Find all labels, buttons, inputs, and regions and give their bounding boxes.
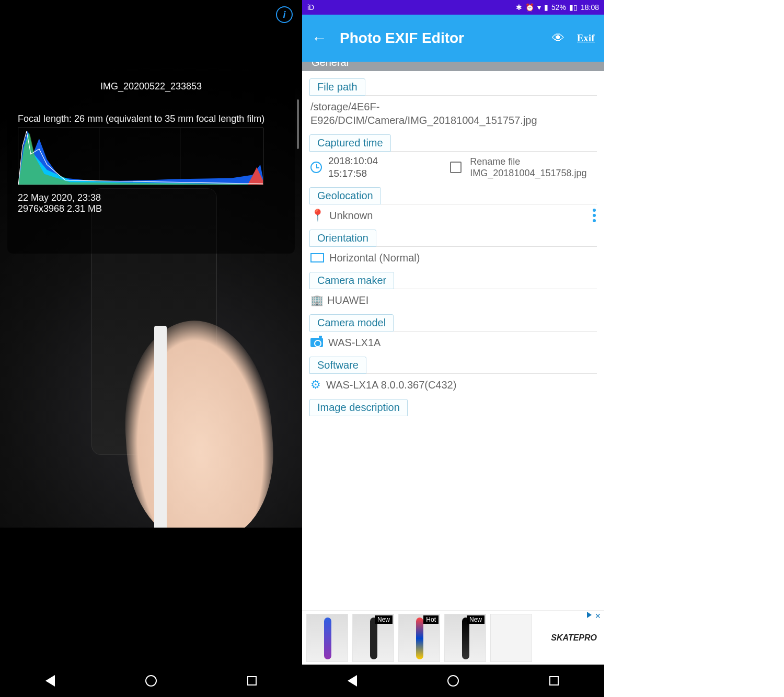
- ad-banner[interactable]: ✕ New Hot New SKATEPRO: [302, 610, 604, 665]
- filename-label: IMG_20200522_233853: [18, 81, 284, 92]
- capture-date-text: 22 May 2020, 23:38: [18, 192, 284, 203]
- back-nav-icon[interactable]: [45, 675, 55, 687]
- camera-icon: [310, 338, 323, 347]
- signal-icon: ▮: [544, 3, 548, 12]
- captured-time-label: Captured time: [309, 134, 391, 152]
- field-image-description[interactable]: Image description: [309, 399, 597, 416]
- android-navbar: [0, 665, 302, 697]
- general-section-header: General: [302, 62, 604, 71]
- ad-info-icons[interactable]: ✕: [587, 612, 601, 620]
- software-label: Software: [309, 357, 366, 374]
- clock-icon: [310, 162, 322, 173]
- scroll-indicator[interactable]: [297, 99, 299, 149]
- rename-file-label: Rename file: [470, 156, 586, 167]
- app-bar: ← Photo EXIF Editor 👁 Exif: [302, 15, 604, 62]
- captured-date: 2018:10:04: [328, 155, 378, 167]
- camera-model-value: WAS-LX1A: [328, 336, 596, 349]
- back-arrow-icon[interactable]: ←: [312, 29, 327, 47]
- wifi-icon: ▾: [537, 3, 541, 12]
- battery-pct: 52%: [551, 3, 566, 12]
- field-software[interactable]: Software ⚙ WAS-LX1A 8.0.0.367(C432): [309, 357, 597, 392]
- back-nav-icon[interactable]: [348, 675, 357, 687]
- histogram: [18, 128, 263, 185]
- building-icon: 🏢: [310, 294, 322, 306]
- battery-icon: ▮▯: [569, 3, 578, 12]
- left-phone-screen: i IMG_20200522_233853 Focal length: 26 m…: [0, 0, 302, 697]
- ad-product-1[interactable]: [306, 614, 348, 662]
- field-camera-maker[interactable]: Camera maker 🏢 HUAWEI: [309, 272, 597, 307]
- right-phone-screen: iD ✱ ⏰ ▾ ▮ 52% ▮▯ 18:08 ← Photo EXIF Edi…: [302, 0, 604, 697]
- image-description-label: Image description: [309, 399, 408, 416]
- field-captured-time: Captured time 2018:10:04 15:17:58 Rename…: [309, 134, 597, 180]
- ad-product-3[interactable]: Hot: [398, 614, 440, 662]
- field-geolocation[interactable]: Geolocation 📍 Unknown: [309, 187, 597, 222]
- recent-nav-icon[interactable]: [247, 676, 257, 685]
- camera-model-label: Camera model: [309, 314, 394, 332]
- orientation-icon: [310, 253, 324, 262]
- geolocation-value: Unknown: [329, 209, 587, 222]
- rename-file-checkbox[interactable]: [450, 162, 462, 173]
- captured-time-button[interactable]: 2018:10:04 15:17:58: [310, 155, 443, 180]
- status-bar: iD ✱ ⏰ ▾ ▮ 52% ▮▯ 18:08: [302, 0, 604, 15]
- home-nav-icon[interactable]: [447, 675, 459, 687]
- camera-maker-label: Camera maker: [309, 272, 394, 289]
- eye-icon[interactable]: 👁: [552, 31, 564, 45]
- usb-cable-shape: [154, 326, 167, 535]
- camera-maker-value: HUAWEI: [327, 293, 596, 307]
- focal-length-text: Focal length: 26 mm (equivalent to 35 mm…: [18, 113, 284, 124]
- bluetooth-icon: ✱: [516, 3, 522, 12]
- alarm-icon: ⏰: [525, 3, 534, 12]
- home-nav-icon[interactable]: [145, 675, 157, 687]
- recent-nav-icon[interactable]: [549, 676, 559, 685]
- field-orientation[interactable]: Orientation Horizontal (Normal): [309, 230, 597, 265]
- software-value: WAS-LX1A 8.0.0.367(C432): [326, 378, 596, 392]
- exif-button[interactable]: Exif: [577, 33, 595, 44]
- carrier-label: iD: [307, 3, 314, 12]
- android-navbar-right: [302, 665, 604, 697]
- photo-info-panel: IMG_20200522_233853 Focal length: 26 mm …: [7, 71, 295, 254]
- gear-icon: ⚙: [310, 378, 321, 392]
- ad-product-2[interactable]: New: [352, 614, 394, 662]
- info-icon[interactable]: i: [276, 6, 293, 23]
- ad-product-5[interactable]: [490, 614, 532, 662]
- status-icons: ✱ ⏰ ▾ ▮ 52% ▮▯ 18:08: [516, 3, 599, 12]
- field-file-path[interactable]: File path /storage/4E6F-E926/DCIM/Camera…: [309, 78, 597, 127]
- ad-brand-logo[interactable]: SKATEPRO: [536, 633, 600, 643]
- pin-icon: 📍: [310, 209, 324, 222]
- ad-product-4[interactable]: New: [444, 614, 486, 662]
- dimensions-text: 2976x3968 2.31 MB: [18, 203, 284, 214]
- geolocation-label: Geolocation: [309, 187, 381, 204]
- orientation-label: Orientation: [309, 230, 376, 247]
- rename-file-value: IMG_20181004_151758.jpg: [470, 167, 586, 179]
- bottom-black-bar: [0, 528, 302, 637]
- file-path-value: /storage/4E6F-E926/DCIM/Camera/IMG_20181…: [310, 100, 596, 127]
- geolocation-menu-icon[interactable]: [593, 209, 596, 222]
- orientation-value: Horizontal (Normal): [329, 251, 596, 265]
- captured-time-value: 15:17:58: [328, 167, 378, 180]
- app-title: Photo EXIF Editor: [340, 30, 539, 47]
- clock-text: 18:08: [581, 3, 599, 12]
- file-path-label: File path: [309, 78, 365, 96]
- field-camera-model[interactable]: Camera model WAS-LX1A: [309, 314, 597, 349]
